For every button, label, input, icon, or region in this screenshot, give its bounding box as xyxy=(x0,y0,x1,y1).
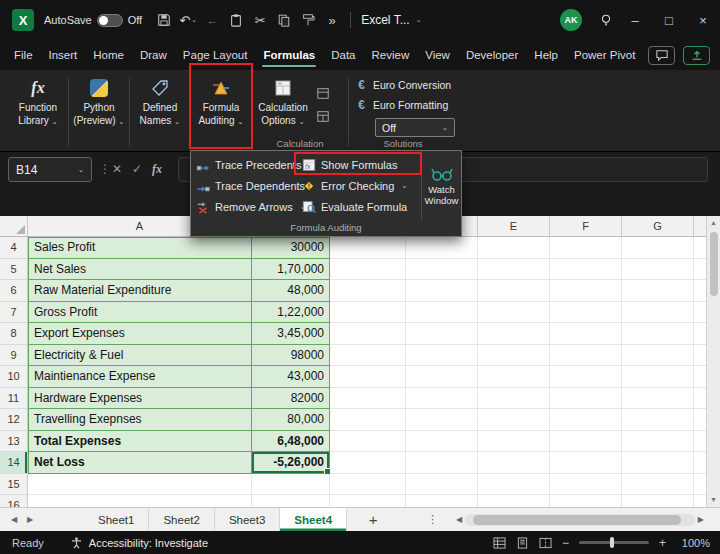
zoom-out-icon[interactable]: − xyxy=(562,536,569,550)
cell-colD[interactable] xyxy=(406,302,478,324)
zoom-level[interactable]: 100% xyxy=(676,537,710,549)
hscroll-right-icon[interactable]: ▶ xyxy=(698,515,704,524)
cell-colG[interactable] xyxy=(622,280,694,302)
sheet-tab[interactable]: Sheet1 xyxy=(84,508,149,531)
cell-colE[interactable] xyxy=(478,409,550,431)
minimize-button[interactable]: – xyxy=(618,0,652,40)
calculate-now-icon[interactable] xyxy=(314,86,332,101)
cell-colC[interactable] xyxy=(330,366,406,388)
cell-colB[interactable]: 30000 xyxy=(252,237,330,259)
share-icon[interactable] xyxy=(683,46,710,65)
sheet-nav-left-icon[interactable]: ◀ xyxy=(6,515,22,524)
cell-colD[interactable] xyxy=(406,280,478,302)
evaluate-formula-item[interactable]: Evaluate Formula xyxy=(297,196,421,217)
cell-colG[interactable] xyxy=(622,409,694,431)
cell-colB[interactable]: 1,70,000 xyxy=(252,259,330,281)
show-formulas-item[interactable]: fx Show Formulas xyxy=(297,154,421,175)
cell-colB[interactable]: 48,000 xyxy=(252,280,330,302)
row-header[interactable]: 14 xyxy=(0,452,28,474)
cell-colF[interactable] xyxy=(550,302,622,324)
cell-colB[interactable]: 6,48,000 xyxy=(252,431,330,453)
ribbon-tab[interactable]: File xyxy=(6,40,41,70)
cut-icon[interactable]: ✂ xyxy=(248,7,272,33)
column-header[interactable]: F xyxy=(550,216,622,236)
cancel-icon[interactable]: ✕ xyxy=(112,162,122,176)
insert-function-icon[interactable]: fx xyxy=(152,162,162,177)
cell-colE[interactable] xyxy=(478,388,550,410)
cell-colG[interactable] xyxy=(622,302,694,324)
cell-colF[interactable] xyxy=(550,323,622,345)
row-header[interactable]: 8 xyxy=(0,323,28,345)
cell-colF[interactable] xyxy=(550,409,622,431)
cell-colF[interactable] xyxy=(550,452,622,474)
scroll-up-icon[interactable]: ▲ xyxy=(710,216,717,230)
cell-colA[interactable]: Net Sales xyxy=(28,259,252,281)
cell-colB[interactable]: -5,26,000 xyxy=(252,452,330,474)
euro-conversion-button[interactable]: €Euro Conversion xyxy=(355,75,457,95)
sheet-tab[interactable]: Sheet4 xyxy=(280,508,347,531)
vertical-scrollbar-thumb[interactable] xyxy=(710,232,718,296)
vertical-scrollbar[interactable]: ▲ ▼ xyxy=(706,216,720,507)
row-header[interactable]: 5 xyxy=(0,259,28,281)
python-preview-button[interactable]: Python(Preview) ⌄ xyxy=(69,70,129,151)
cell-colF[interactable] xyxy=(550,237,622,259)
row-header[interactable]: 9 xyxy=(0,345,28,367)
cell-colE[interactable] xyxy=(478,237,550,259)
excel-logo-icon[interactable]: X xyxy=(12,9,34,31)
horizontal-scrollbar-thumb[interactable] xyxy=(473,515,681,525)
ribbon-tab[interactable]: Home xyxy=(85,40,132,70)
cell-colA[interactable]: Gross Profit xyxy=(28,302,252,324)
row-header[interactable]: 15 xyxy=(0,474,28,496)
cell-colF[interactable] xyxy=(550,280,622,302)
calculate-sheet-icon[interactable] xyxy=(314,109,332,124)
cell-colG[interactable] xyxy=(622,323,694,345)
cell-colB[interactable]: 80,000 xyxy=(252,409,330,431)
column-header[interactable]: G xyxy=(622,216,694,236)
cell-colE[interactable] xyxy=(478,280,550,302)
row-header[interactable]: 13 xyxy=(0,431,28,453)
cell-colA[interactable]: Net Loss xyxy=(28,452,252,474)
cell-colC[interactable] xyxy=(330,409,406,431)
avatar[interactable]: AK xyxy=(560,9,582,31)
cell-colB[interactable]: 82000 xyxy=(252,388,330,410)
cell-colC[interactable] xyxy=(330,388,406,410)
paste-icon[interactable] xyxy=(224,7,248,33)
cell-colF[interactable] xyxy=(550,474,622,496)
zoom-slider-knob[interactable] xyxy=(610,537,614,548)
row-header[interactable]: 7 xyxy=(0,302,28,324)
solutions-dropdown[interactable]: Off⌄ xyxy=(375,118,455,137)
zoom-slider[interactable] xyxy=(579,541,649,544)
row-header[interactable]: 16 xyxy=(0,495,28,507)
ribbon-tab[interactable]: Help xyxy=(526,40,566,70)
drag-handle-icon[interactable]: ⋮ xyxy=(99,162,111,176)
zoom-in-icon[interactable]: + xyxy=(659,536,666,550)
cell-colC[interactable] xyxy=(330,302,406,324)
cell-colE[interactable] xyxy=(478,474,550,496)
cell-colD[interactable] xyxy=(406,452,478,474)
hscroll-left-icon[interactable]: ◀ xyxy=(456,515,462,524)
ribbon-tab[interactable]: Power Pivot xyxy=(566,40,643,70)
row-header[interactable]: 12 xyxy=(0,409,28,431)
format-painter-icon[interactable] xyxy=(296,7,320,33)
column-header[interactable]: E xyxy=(478,216,550,236)
cell-colB[interactable]: 98000 xyxy=(252,345,330,367)
cell-colG[interactable] xyxy=(622,474,694,496)
cell-colC[interactable] xyxy=(330,259,406,281)
name-box[interactable]: B14⌄ xyxy=(8,157,92,182)
ribbon-tab[interactable]: Formulas xyxy=(255,40,323,70)
comments-icon[interactable] xyxy=(648,46,675,65)
cell-colB[interactable] xyxy=(252,474,330,496)
cell-colE[interactable] xyxy=(478,366,550,388)
cell-colA[interactable]: Total Expenses xyxy=(28,431,252,453)
tab-overflow-icon[interactable]: ⋮ xyxy=(427,513,438,526)
cell-colE[interactable] xyxy=(478,323,550,345)
sheet-nav-right-icon[interactable]: ▶ xyxy=(22,515,38,524)
cell-colD[interactable] xyxy=(406,431,478,453)
cell-colE[interactable] xyxy=(478,259,550,281)
cell-colE[interactable] xyxy=(478,452,550,474)
cell-colF[interactable] xyxy=(550,366,622,388)
ribbon-tab[interactable]: View xyxy=(417,40,458,70)
cell-colD[interactable] xyxy=(406,345,478,367)
cell-colB[interactable]: 1,22,000 xyxy=(252,302,330,324)
enter-icon[interactable]: ✓ xyxy=(132,162,142,176)
